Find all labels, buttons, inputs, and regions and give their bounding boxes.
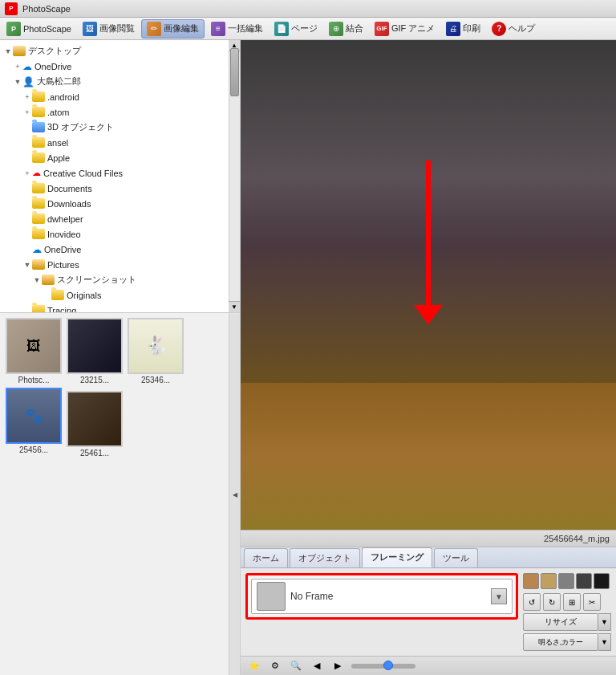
tree-scrollbar[interactable]: ▲ ▼ <box>229 40 240 312</box>
thumb-img-1: 🖼 <box>6 318 62 374</box>
folder-icon-dwhelper <box>32 213 45 224</box>
icon-btn-3[interactable]: ⊞ <box>563 593 581 611</box>
expander-android[interactable]: + <box>22 92 32 102</box>
expander-ansel <box>22 138 32 148</box>
app-title: PhotoScape <box>22 4 71 14</box>
menu-viewer[interactable]: 🖼 画像閲覧 <box>78 19 140 39</box>
tree-item-apple[interactable]: Apple <box>0 150 229 165</box>
brightness-dropdown[interactable]: ▼ <box>598 633 611 651</box>
expander-desktop[interactable]: ▼ <box>3 47 13 56</box>
tab-object[interactable]: オブジェクト <box>290 548 360 567</box>
menu-gif[interactable]: GIF GIF アニメ <box>370 19 440 39</box>
menu-photoscape[interactable]: P PhotoScape <box>2 19 76 39</box>
tree-item-user[interactable]: ▼ 👤 大島松二郎 <box>0 74 229 89</box>
expander-downloads <box>22 199 32 209</box>
expander-creative[interactable]: + <box>22 169 32 178</box>
thumb-img-2 <box>67 318 123 374</box>
thumb-item-3[interactable]: 🐇 25346... <box>127 318 184 384</box>
frame-dropdown-button[interactable]: ▼ <box>491 588 507 604</box>
file-tree[interactable]: ▼ デスクトップ + ☁ OneDrive ▼ 👤 大島松二郎 <box>0 40 240 313</box>
tree-item-pictures[interactable]: ▼ Pictures <box>0 257 229 272</box>
thumb-item-5[interactable]: 25461... <box>66 391 124 457</box>
icon-buttons-row: ↺ ↻ ⊞ ✂ <box>523 593 611 611</box>
tree-item-inovideo[interactable]: Inovideo <box>0 226 229 242</box>
color-btn-4[interactable] <box>576 573 592 589</box>
tree-label-android: .android <box>47 92 79 102</box>
folder-icon-pictures <box>32 259 45 270</box>
zoom-slider[interactable] <box>351 664 415 669</box>
tree-item-creative[interactable]: + ☁ Creative Cloud Files <box>0 165 229 181</box>
resize-button[interactable]: リサイズ <box>523 613 598 631</box>
folder-icon-atom <box>32 107 45 117</box>
brightness-button[interactable]: 明るさ,カラー <box>523 633 598 651</box>
thumb-item-2[interactable]: 23215... <box>66 318 124 384</box>
tab-tools[interactable]: ツール <box>434 548 478 567</box>
menu-combine[interactable]: ⊕ 結合 <box>324 19 368 39</box>
expander-screenshots[interactable]: ▼ <box>32 275 42 285</box>
tree-label-3d: 3D オブジェクト <box>47 121 114 133</box>
tree-item-desktop[interactable]: ▼ デスクトップ <box>0 43 229 59</box>
tree-scroll-down[interactable]: ▼ <box>229 301 240 312</box>
tree-item-screenshots[interactable]: ▼ スクリーンショット <box>0 272 229 287</box>
tree-item-onedrive[interactable]: + ☁ OneDrive <box>0 59 229 74</box>
tree-item-ansel[interactable]: ansel <box>0 135 229 150</box>
tree-item-android[interactable]: + .android <box>0 89 229 104</box>
color-btn-2[interactable] <box>541 573 557 589</box>
settings-icon[interactable]: ⚙ <box>268 659 282 673</box>
tree-label-ansel: ansel <box>47 138 68 148</box>
menu-page[interactable]: 📄 ページ <box>270 19 322 39</box>
back-icon[interactable]: ◀ <box>310 659 324 673</box>
thumb-item-1[interactable]: 🖼 Photsc... <box>5 318 63 384</box>
expander-pictures[interactable]: ▼ <box>22 260 32 270</box>
tree-label-atom: .atom <box>47 108 70 117</box>
icon-btn-2[interactable]: ↻ <box>543 593 561 611</box>
icon-btn-1[interactable]: ↺ <box>523 593 541 611</box>
tree-scrollbar-thumb[interactable] <box>230 48 239 96</box>
tree-label-desktop: デスクトップ <box>28 45 81 57</box>
color-buttons <box>523 573 611 589</box>
status-bar: ⭐ ⚙ 🔍 ◀ ▶ <box>241 656 616 675</box>
tree-label-onedrive: OneDrive <box>34 62 71 71</box>
zoom-thumb[interactable] <box>383 661 393 670</box>
thumbnail-strip: 🖼 Photsc... 23215... 🐇 25346... <box>5 318 235 457</box>
tree-item-3d[interactable]: 3D オブジェクト <box>0 120 229 135</box>
menu-editor[interactable]: ✏ 画像編集 <box>141 19 205 39</box>
tree-item-onedrive2[interactable]: ☁ OneDrive <box>0 242 229 257</box>
thumb-panel-arrow[interactable]: ◀ <box>229 313 240 675</box>
color-btn-3[interactable] <box>558 573 574 589</box>
tab-framing[interactable]: フレーミング <box>362 547 432 567</box>
tab-home[interactable]: ホーム <box>244 548 288 567</box>
right-panel: 25456644_m.jpg ホーム オブジェクト フレーミング ツール <box>241 40 616 675</box>
resize-dropdown[interactable]: ▼ <box>598 613 611 631</box>
menu-print[interactable]: 🖨 印刷 <box>441 19 485 39</box>
menu-batch[interactable]: ≡ 一括編集 <box>206 19 268 39</box>
expander-user[interactable]: ▼ <box>13 77 22 87</box>
tree-item-dwhelper[interactable]: dwhelper <box>0 211 229 226</box>
menu-help[interactable]: ? ヘルプ <box>487 19 540 39</box>
tree-item-originals[interactable]: Originals <box>0 287 229 303</box>
expander-onedrive[interactable]: + <box>13 62 22 71</box>
tree-item-documents[interactable]: Documents <box>0 181 229 196</box>
photo-dark-area <box>241 40 616 383</box>
color-btn-1[interactable] <box>523 573 539 589</box>
tree-item-atom[interactable]: + .atom <box>0 104 229 120</box>
photo-wood-area <box>241 383 616 530</box>
star-icon[interactable]: ⭐ <box>247 659 261 673</box>
search-icon[interactable]: 🔍 <box>289 659 303 673</box>
frame-selector[interactable]: No Frame ▼ <box>251 579 513 614</box>
tree-label-creative: Creative Cloud Files <box>43 169 123 178</box>
folder-icon-originals <box>51 290 64 300</box>
expander-atom[interactable]: + <box>22 108 32 117</box>
thumb-label-4: 25456... <box>6 445 62 454</box>
tree-item-downloads[interactable]: Downloads <box>0 196 229 211</box>
expander-onedrive2 <box>22 245 32 254</box>
forward-icon[interactable]: ▶ <box>330 659 345 673</box>
thumb-item-4[interactable]: 🐾 25456... <box>5 388 63 457</box>
resize-button-group: リサイズ ▼ <box>523 613 611 631</box>
tab-bar: ホーム オブジェクト フレーミング ツール <box>241 547 616 568</box>
tree-item-tracing[interactable]: Tracing <box>0 303 229 312</box>
color-btn-5[interactable] <box>594 573 610 589</box>
icon-btn-4[interactable]: ✂ <box>583 593 601 611</box>
menu-icon-combine: ⊕ <box>329 22 343 36</box>
tree-label-user: 大島松二郎 <box>37 75 81 87</box>
